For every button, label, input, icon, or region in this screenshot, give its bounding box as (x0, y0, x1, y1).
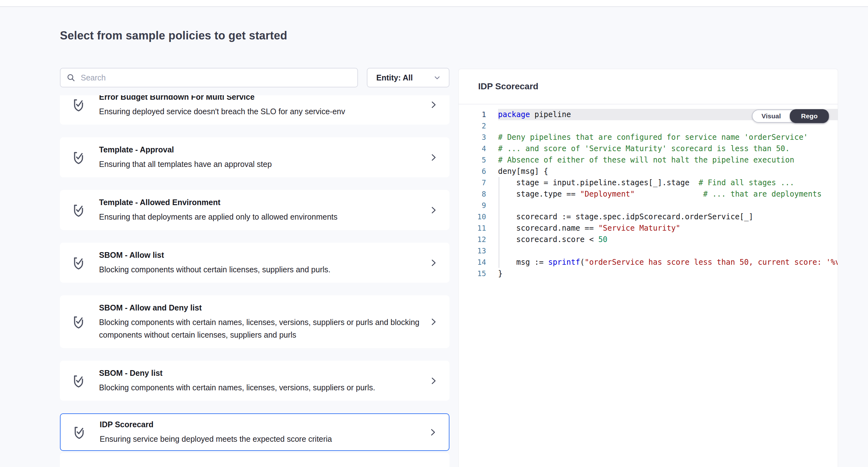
line-number: 5 (459, 154, 498, 166)
code-line: 14 msg := sprintf("orderService has scor… (459, 257, 838, 268)
line-number: 4 (459, 143, 498, 154)
policy-title: IDP Scorecard (100, 419, 421, 430)
policy-title: SBOM - Allow and Deny list (99, 302, 421, 313)
policy-description: Blocking components without certain lice… (99, 263, 421, 276)
shield-check-icon (71, 202, 86, 218)
chevron-right-icon (428, 427, 437, 438)
code-line: 15} (459, 268, 838, 279)
list-controls: Entity: All (60, 68, 450, 87)
chevron-right-icon (429, 258, 438, 268)
code-line: 9 (459, 200, 838, 211)
rego-code-editor: Visual Rego 1package pipeline23# Deny pi… (459, 105, 838, 279)
policy-title: Error Budget Burndown For Multi Service (99, 95, 421, 102)
line-number: 15 (459, 268, 498, 279)
policy-list-item[interactable]: Template - Approval Ensuring that all te… (60, 137, 450, 177)
detail-title: IDP Scorecard (478, 81, 538, 91)
shield-check-icon (71, 255, 86, 271)
code-line: 4# ... and score of 'Service Maturity' s… (459, 143, 838, 154)
code-line: 11 scorecard.name == "Service Maturity" (459, 223, 838, 234)
search-icon (66, 73, 76, 82)
line-number: 2 (459, 120, 498, 132)
policy-list-item[interactable]: Error Budget Burndown For Multi Service … (60, 95, 450, 125)
code-line: 6deny[msg] { (459, 166, 838, 177)
code-view-toggle: Visual Rego (752, 110, 829, 123)
indent-guide (499, 177, 499, 268)
line-number: 10 (459, 211, 498, 223)
policy-title: Template - Allowed Environment (99, 197, 421, 208)
chevron-right-icon (429, 205, 438, 215)
policy-list-item-partial[interactable] (60, 453, 450, 467)
chevron-right-icon (429, 376, 438, 386)
page-title: Select from sample policies to get start… (60, 29, 287, 42)
search-input[interactable] (81, 73, 352, 82)
code-line: 12 scorecard.score < 50 (459, 234, 838, 245)
policy-list-item[interactable]: SBOM - Allow and Deny list Blocking comp… (60, 295, 450, 348)
line-number: 9 (459, 200, 498, 211)
code-line: 10 scorecard := stage.spec.idpScorecard.… (459, 211, 838, 223)
line-number: 11 (459, 223, 498, 234)
policy-list-item[interactable]: IDP Scorecard Ensuring service being dep… (60, 413, 450, 451)
line-number: 1 (459, 109, 498, 120)
policy-description: Ensuring service being deployed meets th… (100, 433, 421, 445)
search-box[interactable] (60, 68, 358, 87)
code-line: 13 (459, 245, 838, 257)
line-number: 12 (459, 234, 498, 245)
policy-list-item[interactable]: SBOM - Allow list Blocking components wi… (60, 243, 450, 283)
policy-list: Error Budget Burndown For Multi Service … (60, 95, 450, 467)
shield-check-icon (71, 149, 86, 166)
policy-list-item[interactable]: SBOM - Deny list Blocking components wit… (60, 361, 450, 401)
shield-check-icon (71, 96, 86, 113)
entity-filter-label: Entity: All (376, 73, 413, 82)
code-line: 5# Absence of either of these will not h… (459, 154, 838, 166)
chevron-right-icon (429, 99, 438, 110)
line-number: 8 (459, 188, 498, 200)
line-number: 6 (459, 166, 498, 177)
line-number: 14 (459, 257, 498, 268)
policy-description: Blocking components with certain names, … (99, 316, 421, 341)
policy-title: Template - Approval (99, 144, 421, 155)
shield-check-icon (71, 314, 86, 330)
policy-description: Ensuring deployed service doesn't breach… (99, 105, 421, 118)
detail-header: IDP Scorecard (459, 69, 838, 105)
line-number: 13 (459, 245, 498, 257)
policy-description: Ensuring that all templates have an appr… (99, 158, 421, 170)
entity-filter-dropdown[interactable]: Entity: All (367, 68, 450, 87)
line-number: 3 (459, 132, 498, 143)
shield-check-icon (71, 373, 86, 389)
chevron-down-icon (433, 74, 441, 82)
chevron-right-icon (429, 152, 438, 163)
code-line: 8 stage.type == "Deployment" # ... that … (459, 188, 838, 200)
toggle-visual-button[interactable]: Visual (752, 110, 790, 122)
policy-title: SBOM - Deny list (99, 368, 421, 378)
chevron-right-icon (429, 317, 438, 327)
code-line: 7 stage = input.pipeline.stages[_].stage… (459, 177, 838, 188)
line-number: 7 (459, 177, 498, 188)
shield-check-icon (72, 424, 86, 440)
policy-detail-panel: IDP Scorecard Visual Rego 1package pipel… (458, 69, 838, 467)
policy-description: Ensuring that deployments are applied on… (99, 210, 421, 223)
policy-list-item[interactable]: Template - Allowed Environment Ensuring … (60, 190, 450, 230)
policy-title: SBOM - Allow list (99, 250, 421, 260)
top-divider-bar (0, 0, 868, 7)
policy-description: Blocking components with certain names, … (99, 381, 421, 394)
toggle-rego-button[interactable]: Rego (790, 109, 829, 123)
code-line: 3# Deny pipelines that are configured fo… (459, 132, 838, 143)
